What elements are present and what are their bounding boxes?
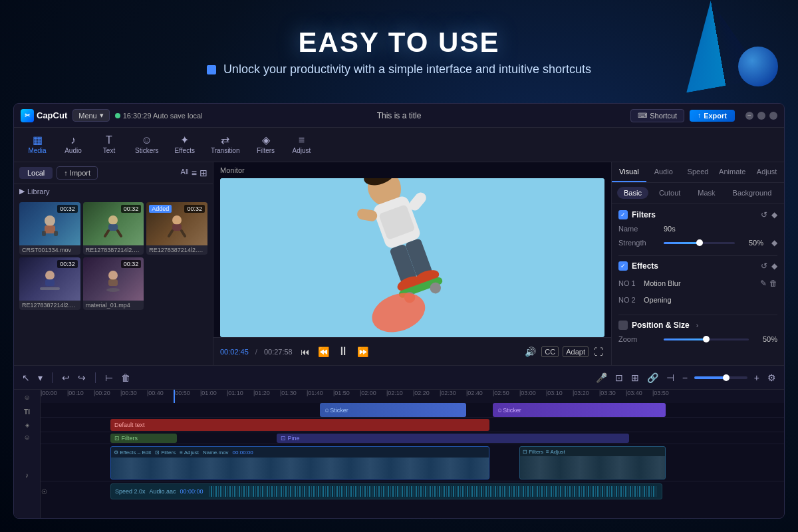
shortcut-button[interactable]: ⌨ Shortcut <box>630 109 684 122</box>
minimize-button[interactable]: − <box>745 112 753 120</box>
select-tool-arrow[interactable]: ▾ <box>37 371 44 384</box>
strength-thumb[interactable] <box>696 239 703 246</box>
svg-rect-16 <box>108 279 118 286</box>
tool-transition[interactable]: ⇄ Transition <box>204 132 247 157</box>
view-all[interactable]: All <box>181 168 189 178</box>
list-view-icon[interactable]: ≡ <box>192 168 197 178</box>
filters-diamond-icon[interactable]: ◆ <box>771 210 777 219</box>
next-frame-button[interactable]: ⏩ <box>356 345 370 358</box>
link-button[interactable]: ⊡ <box>614 371 624 384</box>
playhead[interactable] <box>174 390 175 403</box>
undo-button[interactable]: ↩ <box>61 371 71 384</box>
delete-button[interactable]: 🗑 <box>120 371 132 384</box>
zoom-slider[interactable] <box>664 338 749 340</box>
video2-filters-label: ⊡ Filters <box>523 449 543 455</box>
effect-name-2: Opening <box>644 296 777 304</box>
filter-clip-1[interactable]: ⊡ Filters <box>110 434 177 443</box>
pos-size-checkbox[interactable] <box>618 321 628 330</box>
settings-button[interactable]: ⚙ <box>766 371 777 384</box>
import-button[interactable]: ↑ Import <box>57 166 98 180</box>
sticker2-label: Sticker <box>503 407 521 414</box>
svg-line-6 <box>105 231 108 236</box>
local-tab[interactable]: Local <box>19 167 53 179</box>
zoom-thumb[interactable] <box>703 336 710 342</box>
video-clip-main[interactable]: ⚙ Effects – Edit ⊡ Filters ≡ Adjust Name… <box>110 446 489 479</box>
tool-stickers[interactable]: ☺ Stickers <box>128 132 166 157</box>
subtab-cutout[interactable]: Cutout <box>652 187 687 199</box>
promo-subtitle: Unlock your productivity with a simple i… <box>207 63 591 76</box>
audio-clip-1[interactable]: Speed 2.0x Audio.aac 00:00:00 <box>110 483 662 499</box>
mic-button[interactable]: 🎤 <box>595 371 608 384</box>
media-thumb[interactable]: 00:32 material_01.mp4 <box>83 257 144 310</box>
subtab-basic[interactable]: Basic <box>617 187 648 199</box>
effect-name-1: Motion Blur <box>644 279 755 287</box>
menu-button[interactable]: Menu ▾ <box>72 109 110 122</box>
maximize-button[interactable]: □ <box>757 112 765 120</box>
tool-effects[interactable]: ✦ Effects <box>168 132 201 157</box>
skip-to-start-button[interactable]: ⏮ <box>299 345 311 358</box>
sticker-clip-2[interactable]: ☺ Sticker <box>493 403 666 417</box>
audio-toggle[interactable]: ☉ <box>41 481 47 501</box>
split-button[interactable]: ⊢ <box>104 371 114 384</box>
effects-reset-icon[interactable]: ↺ <box>761 261 767 271</box>
media-thumb[interactable]: 00:32 RE1278387214l2.mp4 <box>19 257 80 310</box>
tool-filters[interactable]: ◈ Filters <box>249 132 283 157</box>
zoom-in-button[interactable]: + <box>753 371 761 384</box>
close-button[interactable]: × <box>769 112 777 120</box>
zoom-slider-timeline[interactable] <box>694 376 747 379</box>
grid-view-icon[interactable]: ⊞ <box>200 168 207 178</box>
divider-1 <box>618 255 777 256</box>
volume-button[interactable]: 🔊 <box>523 345 537 358</box>
filters-checkbox[interactable]: ✓ <box>618 210 628 219</box>
media-thumb[interactable]: 00:32 CRST001334.mov <box>19 202 80 255</box>
effect-delete-icon-1[interactable]: 🗑 <box>769 279 777 288</box>
split2-button[interactable]: ⊣ <box>665 371 676 384</box>
ruler-mark-22: |03:40 <box>626 390 642 396</box>
fullscreen-button[interactable]: ⛶ <box>593 345 604 358</box>
strength-slider[interactable] <box>664 242 735 244</box>
tool-adjust[interactable]: ≡ Adjust <box>285 132 319 157</box>
effect-actions-1: ✎ 🗑 <box>760 279 777 288</box>
play-pause-button[interactable]: ⏸ <box>336 343 350 360</box>
ruler-mark-7: |01:10 <box>227 390 243 396</box>
zoom-out-button[interactable]: − <box>681 371 689 384</box>
prev-frame-button[interactable]: ⏪ <box>317 345 331 358</box>
thumb-name-4: RE1278387214l2.mp4 <box>19 301 80 310</box>
tab-speed[interactable]: Speed <box>681 162 716 182</box>
grid-button[interactable]: ⊞ <box>630 371 640 384</box>
export-button[interactable]: ↑ Export <box>690 110 735 122</box>
video-filename: Name.mov <box>203 450 229 456</box>
video-clip-secondary[interactable]: ⊡ Filters ≡ Adjust <box>519 446 666 479</box>
ruler-mark-16: |02:40 <box>466 390 483 396</box>
tab-visual[interactable]: Visual <box>612 162 646 182</box>
media-thumb[interactable]: Added 00:32 RE1278387214l2.mp4 <box>146 202 207 255</box>
subtab-mask[interactable]: Mask <box>691 187 722 199</box>
effects-diamond-icon[interactable]: ◆ <box>771 261 777 271</box>
media-thumb[interactable]: 00:32 RE1278387214l2.mp4 <box>83 202 144 255</box>
select-tool[interactable]: ↖ <box>21 371 31 384</box>
effects-checkbox[interactable]: ✓ <box>618 261 628 271</box>
pine-clip-1[interactable]: ⊡ Pine <box>277 434 629 443</box>
redo-button[interactable]: ↪ <box>76 371 87 384</box>
strength-diamond-icon[interactable]: ◆ <box>771 238 777 247</box>
tab-adjust[interactable]: Adjust <box>749 162 784 182</box>
timeline-area: ↖ ▾ ↩ ↪ ⊢ 🗑 🎤 ⊡ ⊞ 🔗 ⊣ − + ⚙ <box>14 365 784 518</box>
chain-button[interactable]: 🔗 <box>646 371 660 384</box>
tab-animate[interactable]: Animate <box>715 162 749 182</box>
sticker-track: ☺ Sticker ☺ Sticker <box>41 403 784 418</box>
adapt-button[interactable]: Adapt <box>563 346 589 357</box>
tool-media[interactable]: ▦ Media <box>21 132 54 157</box>
caption-button[interactable]: CC <box>541 346 559 357</box>
tool-audio[interactable]: ♪ Audio <box>57 132 90 157</box>
filters-reset-icon[interactable]: ↺ <box>761 210 767 219</box>
subtab-background[interactable]: Background <box>726 187 779 199</box>
library-row[interactable]: ▶ Library <box>14 184 213 198</box>
sticker-clip-1[interactable]: ☺ Sticker <box>320 403 466 417</box>
zoom-thumb-timeline[interactable] <box>723 374 730 381</box>
timeline-tracks: ☺ TI ◈ ☺ ♪ |00:0 <box>14 390 784 518</box>
pos-size-arrow[interactable]: › <box>696 322 698 329</box>
text-clip-1[interactable]: Default text <box>110 419 489 431</box>
tab-audio[interactable]: Audio <box>646 162 681 182</box>
effect-edit-icon-1[interactable]: ✎ <box>760 279 767 288</box>
tool-text[interactable]: T Text <box>92 132 126 157</box>
